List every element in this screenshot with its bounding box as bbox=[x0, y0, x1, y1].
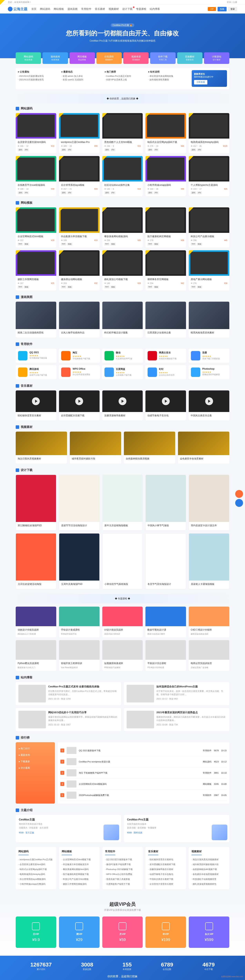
psd-card[interactable]: 双12购物狂欢海报PSD bbox=[16, 475, 56, 531]
link-item[interactable]: · 史诗震撼配乐音频素材下载 bbox=[148, 862, 183, 867]
software-card[interactable]: 网易云音乐★★★★★在线音乐播放器下载 bbox=[145, 349, 186, 363]
rank-row[interactable]: 52020Photoshop破解版免费下载常用软件298710-05 bbox=[60, 790, 227, 801]
news-card[interactable]: 2021年最受欢迎的网页设计趋势盘点随着技术的发展，网页设计风格也在不断演变，本… bbox=[124, 708, 229, 731]
float-gift-icon[interactable] bbox=[235, 490, 243, 498]
nav-item[interactable]: 音乐素材 bbox=[95, 7, 105, 11]
link-item[interactable]: · 动感节奏电子音乐合集包 bbox=[148, 872, 183, 877]
link-item[interactable]: · 城市夜景延时摄影视频片段 bbox=[191, 862, 227, 867]
gallery-card[interactable]: 日系清新少女插画合集 bbox=[145, 302, 186, 337]
tag[interactable]: 模板 bbox=[67, 286, 73, 288]
source-card[interactable]: 在线教育平台vue前端源码👁 198 ♡ 14¥39源码php bbox=[16, 156, 56, 196]
link-item[interactable]: · 海边日落风景高清视频素材 bbox=[191, 857, 227, 862]
software-card[interactable]: 腾讯游戏★★★★★游戏平台客户端下载 bbox=[16, 365, 56, 379]
source-card[interactable]: wordpress主题CeoMax-Pro👁 389 ♡ 28¥99源码php bbox=[59, 113, 100, 153]
psd-card[interactable]: 简约圣诞贺卡设计源文件 bbox=[189, 475, 229, 531]
rank-row[interactable]: 2CeoMax-Pro wordpress资源主题网站源码452310-12 bbox=[60, 756, 227, 767]
tag[interactable]: php bbox=[154, 191, 159, 194]
source-card[interactable]: 小程序商城uniapp源码👁 334 ♡ 26¥89源码php bbox=[145, 156, 186, 196]
link-item[interactable]: · 中国风古典音乐素材下载 bbox=[148, 877, 183, 881]
nav-item[interactable]: 网站源码 bbox=[40, 7, 50, 11]
theme-card[interactable]: CeoMax主题简约而不简单的设计理念功能强大 · 持续更新 · 永久使用¥59… bbox=[16, 815, 121, 842]
rank-tab[interactable]: ▸ 下载最多 bbox=[19, 758, 52, 765]
link-item[interactable]: · QQ 2021官方最新版本下载 bbox=[105, 857, 140, 862]
course-card[interactable]: Python爬虫实战课程数据采集与分析入门 bbox=[16, 640, 56, 671]
psd-card[interactable]: 圣诞老人卡通海报模板 bbox=[189, 533, 229, 589]
notice-item[interactable]: · 全新VIP会员体系上线 bbox=[105, 78, 146, 81]
software-card[interactable]: Photoshop★★★★★图像处理软件破解版 bbox=[189, 365, 229, 379]
video-card[interactable]: 城市夜景延时摄影片段 bbox=[70, 431, 121, 463]
notice-item[interactable]: · 2021年10月最新通知资讯 bbox=[18, 78, 59, 81]
template-card[interactable]: 婚礼策划公司模板下载👁 145¥28html模板 bbox=[102, 250, 143, 291]
software-card[interactable]: 钉钉★★★★★企业办公协作软件 bbox=[145, 365, 186, 379]
music-card[interactable]: 温馨浪漫钢琴曲素材 bbox=[102, 390, 143, 420]
template-card[interactable]: 企业官网响应式html模板👁 312¥29html模板 bbox=[16, 207, 56, 248]
gallery-card[interactable]: 精美二次元动漫插画壁纸 bbox=[16, 302, 56, 337]
vip-button[interactable]: VIP bbox=[208, 7, 216, 11]
source-card[interactable]: 后台管理系统layui模板👁 267 ♡ 21¥29源码php bbox=[59, 156, 100, 196]
tag[interactable]: 模板 bbox=[197, 286, 202, 288]
notice-item[interactable]: · 如有侵权请联系删除 bbox=[148, 78, 189, 81]
tag[interactable]: html bbox=[104, 243, 110, 246]
nav-item[interactable]: 专题课程 bbox=[136, 7, 146, 11]
course-card[interactable]: UI设计就业实战班高薪UI设计师培训 bbox=[102, 607, 143, 637]
tag[interactable]: 源码 bbox=[191, 191, 196, 194]
course-card[interactable]: 电商运营实战训练营店铺运营推广全攻略 bbox=[189, 640, 229, 671]
tag[interactable]: 模板 bbox=[110, 243, 116, 246]
news-card[interactable]: 如何选择适合自己的WordPress主题对于新手站长来说，选择一款合适的主题至关… bbox=[124, 682, 229, 705]
template-card[interactable]: 健身房运动网站模板👁 203¥32html模板 bbox=[59, 250, 100, 291]
course-card[interactable]: 数据可视化设计课图表与信息设计教学 bbox=[145, 607, 186, 637]
notice-item[interactable]: · 本站资源均来自网络收集 bbox=[148, 75, 189, 78]
tag[interactable]: 模板 bbox=[24, 243, 29, 246]
source-card[interactable]: 响应式企业官网php源码下载👁 278 ♡ 19¥49源码php bbox=[145, 113, 186, 153]
tag[interactable]: php bbox=[111, 148, 115, 151]
link-item[interactable]: · 百度网盘客户端官方下载 bbox=[105, 881, 140, 886]
source-card[interactable]: 黑色炫酷个人主页html模板👁 156 ♡ 9¥15源码php bbox=[102, 113, 143, 153]
play-icon[interactable] bbox=[75, 397, 83, 405]
tag[interactable]: php bbox=[197, 191, 202, 194]
logo[interactable]: 云海主题 bbox=[8, 7, 27, 11]
rank-tab[interactable]: ▸ 评分最高 bbox=[19, 765, 52, 771]
tag[interactable]: php bbox=[24, 148, 29, 151]
link-item[interactable]: · 温馨浪漫钢琴曲音乐素材 bbox=[148, 867, 183, 872]
link-item[interactable]: · 企业官网响应式html模板下载 bbox=[62, 857, 97, 862]
tag[interactable]: 源码 bbox=[104, 191, 110, 194]
play-icon[interactable] bbox=[205, 397, 213, 405]
notice-item[interactable]: · 欢迎 user01 完成签到 bbox=[62, 78, 103, 81]
tag[interactable]: php bbox=[154, 148, 159, 151]
template-card[interactable]: 医疗健康机构官网模板👁 178¥39html模板 bbox=[145, 207, 186, 248]
source-card[interactable]: 个人博客typecho主题源码👁 223 ♡ 17¥25源码php bbox=[189, 156, 229, 196]
topbar-login[interactable]: 登录 bbox=[227, 1, 231, 3]
nav-item[interactable]: 网站模板 bbox=[54, 7, 64, 11]
tag[interactable]: 模板 bbox=[67, 243, 73, 246]
category-tab[interactable]: 漫画插画绘画资源 bbox=[43, 52, 68, 64]
tag[interactable]: 源码 bbox=[61, 148, 67, 151]
template-card[interactable]: 作品集展示单页模板下载👁 189¥19html模板 bbox=[59, 207, 100, 248]
course-card[interactable]: 前端开发工程师培训Vue React框架精讲 bbox=[59, 640, 100, 671]
link-item[interactable]: · 科技公司产品展示html模板 bbox=[62, 877, 97, 881]
course-card[interactable]: 平面设计综合课程PS AI设计软件精通 bbox=[145, 640, 186, 671]
link-item[interactable]: · wordpress主题CeoMax-Pro正式版 bbox=[18, 857, 54, 862]
psd-card[interactable]: 冬至节气宣传海报设计 bbox=[145, 533, 186, 589]
link-item[interactable]: · 医疗健康机构官网模板下载 bbox=[62, 872, 97, 877]
link-item[interactable]: · 会员登录注册页面html源码 bbox=[18, 862, 54, 867]
tag[interactable]: php bbox=[24, 191, 29, 194]
nav-item[interactable]: 视频素材 bbox=[108, 7, 119, 11]
tag[interactable]: 模板 bbox=[110, 286, 116, 288]
psd-card[interactable]: 五周年庆典海报PSD bbox=[59, 533, 100, 589]
rank-tab[interactable]: ▸ 最新发布 bbox=[19, 752, 52, 758]
link-item[interactable]: · 摄影工作室网页模板源码 bbox=[62, 881, 97, 886]
link-item[interactable]: · WPS Office办公软件免费版 bbox=[105, 872, 140, 877]
tag[interactable]: html bbox=[61, 286, 66, 288]
nav-item[interactable]: 漫画美图 bbox=[67, 7, 78, 11]
rank-tab[interactable]: ▸ 热门排行 bbox=[19, 745, 52, 752]
tag[interactable]: html bbox=[147, 243, 153, 246]
template-card[interactable]: 房地产展示网站模板👁 276¥38html模板 bbox=[189, 250, 229, 291]
link-item[interactable]: · 金色麦田丰收场景视频素材 bbox=[191, 872, 227, 877]
psd-card[interactable]: 中国风小寒节气海报 bbox=[145, 475, 186, 531]
submit-button[interactable]: 投稿 bbox=[218, 7, 227, 11]
promo-button[interactable]: 立即查看 bbox=[194, 80, 207, 84]
promo-card[interactable]: 新购享折扣 限时特惠活动进行中 立即查看 bbox=[192, 70, 227, 87]
notice-item[interactable]: · 欢迎 admin 加入本站 bbox=[62, 75, 103, 78]
tag[interactable]: html bbox=[191, 286, 196, 288]
tag[interactable]: 源码 bbox=[18, 191, 23, 194]
